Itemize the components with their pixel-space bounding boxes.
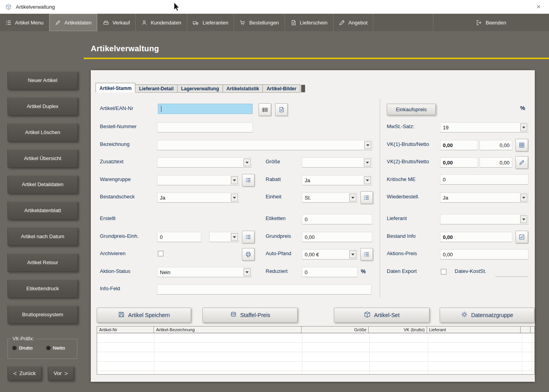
- menu-item-kundendaten[interactable]: Kundendaten: [136, 14, 187, 31]
- sidebar-button-artikel-uebersicht[interactable]: Artikel Übersicht: [7, 149, 78, 168]
- chevron-down-icon[interactable]: [364, 159, 371, 166]
- einheit-select[interactable]: St.: [302, 192, 358, 203]
- menu-item-artikel-menu[interactable]: Artikel Menu: [0, 14, 49, 31]
- kritische-me-input[interactable]: 0: [440, 174, 528, 185]
- bestell-nummer-input[interactable]: [157, 122, 253, 133]
- warengruppe-list-button[interactable]: [242, 174, 255, 187]
- chevron-down-icon[interactable]: [231, 194, 238, 202]
- lieferant-select[interactable]: [440, 214, 528, 224]
- print-button[interactable]: [242, 248, 255, 261]
- rabatt-select[interactable]: Ja: [302, 175, 372, 185]
- vk-praefix-label: VK-Präfix:: [11, 336, 36, 342]
- sidebar-button-artikel-retour[interactable]: Artikel Retour: [7, 253, 78, 272]
- vk2-brutto-input[interactable]: 0,00: [440, 157, 478, 168]
- menu-list-icon: [6, 20, 11, 26]
- mwst-satz-select[interactable]: 19: [440, 122, 528, 133]
- vk2-netto-input[interactable]: 0,00: [480, 157, 512, 168]
- grundpreis-input[interactable]: 0,00: [302, 232, 372, 242]
- chevron-down-icon[interactable]: [231, 233, 238, 241]
- sidebar-button-artikel-detaildaten[interactable]: Artikel Detaildaten: [7, 175, 78, 194]
- bezeichnung-select[interactable]: [157, 140, 373, 150]
- sidebar-button-artikel-loeschen[interactable]: Artikel Löschen: [7, 123, 78, 142]
- menu-item-verkauf[interactable]: Verkauf: [97, 14, 136, 31]
- reduziert-percent-label: %: [361, 268, 365, 274]
- sidebar-button-artikel-duplex[interactable]: Artikel Duplex: [7, 97, 78, 116]
- staffel-preis-button[interactable]: Staffel-Preis: [202, 308, 298, 323]
- menu-item-angebot[interactable]: Angebot: [334, 14, 373, 31]
- chevron-down-icon[interactable]: [364, 141, 371, 149]
- auto-pfand-list-button[interactable]: [360, 248, 373, 261]
- menu-item-beenden[interactable]: Beenden: [433, 14, 549, 31]
- sidebar-button-bruttopreissystem[interactable]: Bruttopreissystem: [7, 305, 78, 324]
- artikel-speichern-button[interactable]: Artikel Speichern: [97, 308, 191, 323]
- tab-artikel-bilder[interactable]: Artikel-Bilder: [262, 84, 300, 93]
- vk2-edit-button[interactable]: [515, 156, 528, 169]
- vk1-brutto-input[interactable]: 0,00: [440, 140, 478, 150]
- chevron-down-icon[interactable]: [520, 215, 527, 223]
- warengruppe-select[interactable]: [157, 175, 239, 185]
- zurueck-label: Zurück: [19, 370, 36, 376]
- cart-icon: [240, 20, 245, 26]
- zurueck-button[interactable]: < Zurück: [7, 366, 41, 381]
- daten-export-checkbox[interactable]: [441, 269, 446, 274]
- chevron-down-icon[interactable]: [244, 159, 251, 166]
- chevron-down-icon[interactable]: [244, 268, 251, 276]
- chevron-down-icon[interactable]: [349, 250, 356, 258]
- grundpreis-einh-select[interactable]: [209, 232, 239, 242]
- chevron-right-icon: >: [64, 370, 68, 377]
- menu-item-lieferanten[interactable]: Lieferanten: [187, 14, 234, 31]
- aktions-preis-input[interactable]: 0,00: [440, 249, 528, 259]
- grundpreis-einh-input[interactable]: 0: [157, 232, 201, 242]
- sidebar-button-artikel-nach-datum[interactable]: Artikel nach Datum: [7, 227, 78, 246]
- vk1-netto-input[interactable]: 0,00: [480, 140, 512, 150]
- gear-icon: [461, 311, 468, 319]
- einheit-list-button[interactable]: [360, 191, 373, 204]
- sidebar-button-etikettendruck[interactable]: Etikettendruck: [7, 279, 78, 298]
- table-header-row: Artikel-Nr Artikel-Bezeichnung Größe VK …: [97, 327, 534, 333]
- datasheet-button[interactable]: [275, 103, 288, 116]
- info-feld-input[interactable]: [157, 284, 371, 295]
- aktion-status-select[interactable]: Nein: [157, 267, 252, 277]
- artikel-set-button[interactable]: Artikel-Set: [334, 308, 429, 323]
- sidebar-button-neuer-artikel[interactable]: Neuer Artikel: [7, 71, 78, 90]
- barcode-button[interactable]: [259, 103, 271, 116]
- zusatztext-select[interactable]: [157, 157, 252, 168]
- radio-brutto[interactable]: Brutto: [12, 345, 33, 351]
- menu-item-lieferschein[interactable]: Lieferschein: [285, 14, 334, 31]
- archivieren-checkbox[interactable]: [158, 251, 163, 256]
- tab-lagerverwaltung[interactable]: Lagerverwaltung: [177, 84, 223, 93]
- groesse-select[interactable]: [302, 157, 372, 168]
- auto-pfand-select[interactable]: 0,00 €: [302, 249, 358, 259]
- label-groesse: Größe: [266, 159, 280, 164]
- einkaufspreis-button[interactable]: Einkaufspreis: [387, 104, 436, 115]
- grundpreis-list-button[interactable]: [242, 231, 255, 243]
- sidebar-button-artikeldatenblatt[interactable]: Artikeldatenblatt: [7, 201, 78, 220]
- bestandscheck-select[interactable]: Ja: [157, 192, 239, 203]
- vor-button[interactable]: Vor >: [48, 366, 74, 381]
- chevron-down-icon[interactable]: [520, 194, 527, 202]
- artikel-table[interactable]: Artikel-Nr Artikel-Bezeichnung Größe VK …: [97, 326, 535, 375]
- chevron-down-icon[interactable]: [364, 176, 371, 184]
- menu-item-bestellungen[interactable]: Bestellungen: [234, 14, 285, 31]
- chevron-down-icon[interactable]: [349, 194, 356, 202]
- bestand-info-input[interactable]: 0,00: [440, 232, 512, 242]
- datev-kostst-input[interactable]: [495, 267, 528, 277]
- reduziert-value: 0: [305, 269, 307, 275]
- chevron-down-icon[interactable]: [231, 176, 238, 184]
- menu-item-artikeldaten[interactable]: Artikeldaten: [49, 14, 97, 31]
- vk1-netto-value: 0,00: [500, 142, 510, 148]
- etiketten-input[interactable]: 0: [302, 214, 372, 224]
- close-icon[interactable]: ×: [536, 2, 541, 11]
- bestand-info-edit-button[interactable]: [515, 231, 528, 243]
- artikel-ean-input[interactable]: [158, 104, 253, 114]
- label-bestand-info: Bestand Info: [387, 233, 416, 239]
- radio-netto[interactable]: Netto: [46, 345, 65, 351]
- vk1-calc-button[interactable]: [515, 139, 528, 151]
- tab-artikelstatistik[interactable]: Artikelstatistik: [223, 84, 263, 93]
- tab-lieferant-detail[interactable]: Lieferant-Detail: [135, 84, 177, 93]
- chevron-down-icon[interactable]: [520, 123, 527, 131]
- datensatzgruppe-button[interactable]: Datensatzgruppe: [440, 308, 534, 323]
- reduziert-input[interactable]: 0: [302, 267, 358, 277]
- wiederbestell-select[interactable]: Ja: [440, 192, 528, 203]
- tab-artikel-stamm[interactable]: Artikel-Stamm: [96, 83, 135, 93]
